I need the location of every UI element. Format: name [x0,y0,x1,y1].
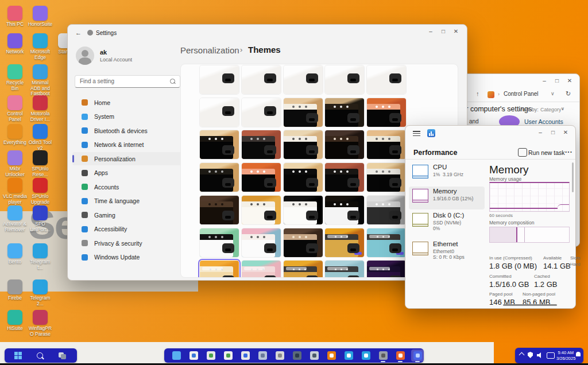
taskbar-app-flash-tool[interactable] [291,350,303,362]
taskbar-app-file-explorer[interactable] [170,350,183,362]
search-button[interactable] [33,350,46,362]
theme-card-19[interactable] [325,163,364,192]
desktop-icon-odin-tool[interactable]: Odin3 Tool v2 [28,124,53,151]
desktop-icon-telegram-1[interactable]: Telegram t... [28,243,53,270]
close-button[interactable]: ✕ [563,77,576,84]
theme-card-24[interactable] [325,196,364,224]
taskbar-app-microsoft-store[interactable] [187,350,200,362]
vertical-scrollbar[interactable] [572,162,574,192]
theme-card-27[interactable] [242,228,281,257]
taskbar-app-vlc[interactable] [325,350,338,362]
desktop-icon-network[interactable]: Network [2,33,28,55]
theme-card-6[interactable] [200,98,239,127]
sidebar-item-windows-update[interactable]: Windows Update [72,251,186,264]
taskbar-app-task-manager[interactable] [411,350,424,362]
notification-bell-icon[interactable] [576,352,581,356]
desktop-icon-control-panel[interactable]: Control Panel [2,95,28,122]
theme-card-22[interactable] [242,196,281,224]
sidebar-item-time-language[interactable]: Time & language [72,195,186,208]
refresh-icon[interactable]: ↻ [566,90,571,98]
close-button[interactable]: ✕ [559,129,572,135]
desktop-icon-this-pc[interactable]: This PC [2,6,28,28]
theme-card-25[interactable] [367,196,406,224]
desktop-icon-honorsuite[interactable]: HonorSuite [28,6,53,28]
hamburger-icon[interactable] [413,131,420,136]
desktop-icon-telegram-2[interactable]: Telegram 2... [28,279,53,306]
more-options-button[interactable]: ... [565,146,572,154]
run-new-task-button[interactable]: Run new task [528,149,565,156]
start-button[interactable] [11,350,24,362]
address-breadcrumb[interactable]: Control Panel [504,91,539,97]
theme-card-12[interactable] [242,130,281,159]
theme-card-30[interactable] [367,228,406,257]
theme-card-13[interactable] [284,130,323,159]
network-icon[interactable] [547,352,555,359]
taskbar-app-notepad[interactable] [273,350,286,362]
sidebar-item-network-internet[interactable]: Network & internet [72,138,186,152]
security-shield-icon[interactable] [528,352,533,358]
theme-card-16[interactable] [200,163,239,192]
search-input[interactable]: Find a setting [75,75,180,88]
desktop-icon-microsoft-edge[interactable]: Microsoft Edge [28,33,53,60]
desktop-icon-recycle-bin[interactable]: Recycle Bin [2,64,28,91]
taskbar-app-settings-gear[interactable] [377,350,389,362]
up-icon[interactable]: ↑ [476,90,479,97]
taskbar-app-telegram-a[interactable] [342,350,355,362]
metric-memory[interactable]: Memory1.9/16.0 GB (12%) [409,187,485,209]
sidebar-item-accounts[interactable]: Accounts [72,180,186,193]
theme-card-35[interactable] [367,261,406,278]
minimize-button[interactable]: – [534,129,547,135]
tray-chevron-icon[interactable] [519,352,525,358]
taskbar-app-photos-app[interactable] [204,350,217,362]
sidebar-item-privacy-security[interactable]: Privacy & security [72,236,186,250]
view-by-dropdown-icon[interactable]: ∨ [561,106,564,111]
theme-card-15[interactable] [367,130,406,159]
desktop-icon-firebe[interactable]: Firebe [2,279,28,301]
taskbar-app-flower-gear[interactable] [394,350,407,362]
avatar[interactable] [76,46,94,65]
metric-disk-0-c-[interactable]: Disk 0 (C:)SSD (NVMe)0% [409,211,485,238]
theme-card-11[interactable] [200,130,239,159]
theme-card-18[interactable] [284,163,323,192]
desktop-icon-vlc[interactable]: VLC media player [2,178,28,205]
desktop-icon-hisuite[interactable]: HiSuite [2,310,28,332]
maximize-button[interactable]: □ [547,129,559,135]
theme-card-4[interactable] [325,65,364,94]
sidebar-item-system[interactable]: System [72,110,186,123]
close-button[interactable]: ✕ [450,28,462,34]
tray-clock[interactable]: 5:40 AM 3/26/2025 [556,350,574,361]
theme-card-9[interactable] [325,98,364,127]
theme-card-26[interactable] [200,228,239,257]
desktop-icon-winflagpro[interactable]: WinflagPRO Parase [28,310,53,337]
sidebar-item-personalization[interactable]: Personalization [72,152,186,165]
theme-card-20[interactable] [367,163,406,192]
breadcrumb-parent[interactable]: Personalization [180,45,239,55]
sidebar-item-home[interactable]: Home [72,96,186,109]
address-dropdown-icon[interactable]: ∨ [551,91,555,96]
desktop-icon-spd-unlport[interactable]: SPD UnlPort... [28,205,53,232]
theme-card-8[interactable] [284,98,323,127]
theme-card-2[interactable] [242,65,281,94]
sidebar-item-accessibility[interactable]: Accessibility [72,223,186,236]
horizontal-scrollbar[interactable] [503,304,557,306]
theme-card-17[interactable] [242,163,281,192]
theme-card-29[interactable] [325,228,364,257]
metric-cpu[interactable]: CPU1% 3.19 GHz [409,162,485,185]
metric-ethernet[interactable]: EthernetEthernet0S: 0 R: 0 Kbps [409,239,485,267]
desktop-icon-minimal-adb[interactable]: Minimal ADB and Fastboot [28,64,53,97]
maximize-button[interactable]: □ [551,77,563,84]
maximize-button[interactable]: □ [437,28,450,34]
theme-card-23[interactable] [284,196,323,224]
taskbar-app-scrcpy-monitor[interactable] [308,350,320,362]
taskbar-app-libreoffice-writer[interactable] [222,350,234,362]
taskbar-app-winrar-tool[interactable] [256,350,269,362]
back-icon[interactable]: ← [75,29,82,36]
desktop-icon-sp-reset-tool[interactable]: SPUnlo Rese... [28,150,53,177]
theme-card-34[interactable] [325,261,364,278]
desktop-icon-unlocker[interactable]: Mkbr Unlocker [2,150,28,177]
sidebar-item-apps[interactable]: Apps [72,166,186,180]
theme-card-7[interactable] [242,98,281,127]
sidebar-item-bluetooth-devices[interactable]: Bluetooth & devices [72,124,186,137]
theme-card-21[interactable] [200,196,239,224]
view-by-value[interactable]: Category [540,107,562,112]
